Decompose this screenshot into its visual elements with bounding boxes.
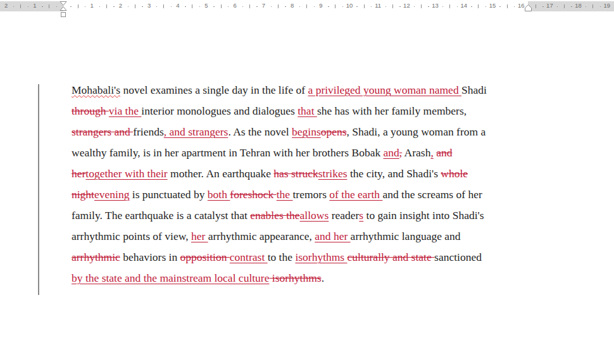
text-line[interactable]: Mohabali's novel examines a single day i… [72, 80, 543, 101]
text-line[interactable]: hertogether with their mother. An earthq… [72, 163, 543, 184]
inserted-text[interactable]: a privileged young woman named [308, 84, 462, 96]
text-line[interactable]: wealthy family, is in her apartment in T… [72, 142, 543, 163]
text-run[interactable]: to gain insight into Shadi's [363, 209, 484, 222]
deleted-text[interactable]: whole [441, 167, 468, 180]
text-run[interactable]: novel examines a single day in the life … [120, 84, 308, 96]
tracked-changes-bar [38, 84, 39, 295]
inserted-text[interactable]: evening [94, 188, 129, 201]
deleted-text[interactable]: her [72, 167, 85, 180]
inserted-text[interactable]: that [298, 104, 317, 117]
inserted-text[interactable]: begins [292, 125, 321, 138]
text-run[interactable]: family. The earthquake is a catalyst tha… [72, 209, 250, 222]
inserted-text[interactable]: strikes [318, 167, 348, 180]
deleted-text[interactable]: has struck [273, 167, 318, 180]
ruler-dot [399, 6, 401, 8]
text-run[interactable]: behaviors in [120, 251, 180, 263]
ruler-dot [428, 6, 429, 8]
inserted-text[interactable]: together with their [85, 167, 167, 180]
text-run[interactable]: wealthy family, is in her apartment in T… [72, 146, 384, 159]
inserted-text[interactable]: and her [315, 230, 350, 242]
deleted-text[interactable]: through [72, 104, 109, 117]
text-run[interactable]: . [322, 272, 324, 284]
ruler-dot [256, 6, 258, 8]
inserted-text[interactable]: both [208, 188, 230, 201]
text-run[interactable]: mother. An earthquake [168, 167, 274, 180]
first-line-indent-marker[interactable] [60, 2, 66, 6]
ruler-number: 4 [176, 2, 179, 9]
text-line[interactable]: nightevening is punctuated by both fores… [72, 184, 543, 205]
inserted-text[interactable]: , and strangers [164, 125, 229, 138]
ruler-number: 12 [403, 2, 410, 9]
deleted-text[interactable]: and [436, 146, 452, 159]
ruler-tick [335, 4, 335, 8]
inserted-text[interactable]: contrast [230, 251, 268, 263]
inserted-text[interactable]: allows [300, 209, 329, 222]
text-line[interactable]: through via the interior monologues and … [72, 101, 543, 122]
text-run[interactable]: is punctuated by [129, 188, 207, 201]
text-run[interactable]: Shadi [461, 84, 487, 96]
ruler-dot [356, 6, 358, 8]
text-line[interactable]: by the state and the mainstream local cu… [72, 268, 543, 289]
inserted-text[interactable]: the [277, 188, 293, 201]
right-indent-marker-shape[interactable] [525, 5, 532, 11]
inserted-text[interactable]: isorhythms [295, 251, 347, 263]
text-run[interactable]: , Shadi, a young woman from a [347, 125, 486, 138]
deleted-text[interactable]: opens [321, 125, 347, 138]
ruler-dot [42, 6, 43, 8]
inserted-text[interactable]: and [384, 146, 399, 159]
deleted-text[interactable]: isorhythms [269, 272, 321, 284]
text-run[interactable]: sanctioned [434, 251, 482, 263]
inserted-text[interactable]: by the state and the mainstream local cu… [72, 272, 269, 284]
deleted-text[interactable]: arrhythmic [72, 251, 120, 263]
ruler-dot [299, 6, 301, 8]
ruler-dot [271, 6, 272, 8]
right-indent-marker[interactable] [524, 4, 532, 12]
text-line[interactable]: strangers and friends, and strangers. As… [72, 122, 543, 142]
text-run[interactable]: to the [268, 251, 296, 263]
text-run[interactable]: the city, and Shadi's [348, 167, 441, 180]
text-line[interactable]: arrhythmic points of view, her arrhythmi… [72, 226, 543, 247]
ruler-tick [306, 4, 307, 8]
document-paragraph[interactable]: Mohabali's novel examines a single day i… [72, 80, 543, 289]
text-run[interactable]: arrhythmic language and [351, 230, 461, 242]
deleted-text[interactable]: opposition [180, 251, 230, 263]
ruler-dot [571, 6, 572, 8]
indent-marker-cluster[interactable] [60, 1, 67, 18]
deleted-text[interactable]: strangers and [72, 125, 133, 138]
text-line[interactable]: family. The earthquake is a catalyst tha… [72, 205, 543, 226]
text-run[interactable]: arrhythmic appearance, [208, 230, 315, 242]
ruler-number: 16 [518, 2, 525, 9]
text-run[interactable]: she has with her family members, [317, 104, 467, 117]
text-run[interactable]: arrhythmic points of view, [72, 230, 191, 242]
ruler-tick [449, 4, 450, 8]
ruler-tick [78, 4, 78, 8]
ruler-dot [486, 6, 487, 8]
text-run[interactable]: Arash [402, 146, 430, 159]
text-run[interactable]: . As the novel [228, 125, 292, 138]
inserted-text[interactable]: her [191, 230, 208, 242]
text-run[interactable]: friends [133, 125, 164, 138]
ruler-dot [442, 6, 444, 8]
misspelled-word[interactable]: Mohabali's [72, 84, 120, 96]
text-line[interactable]: arrhythmic behaviors in opposition contr… [72, 247, 543, 268]
ruler-dot [56, 6, 58, 8]
left-indent-box[interactable] [61, 13, 66, 17]
text-run[interactable]: and the screams of her [382, 188, 482, 201]
text-run[interactable]: interior monologues and dialogues [141, 104, 298, 117]
horizontal-ruler[interactable]: 2112345678910111213141516171819 [0, 1, 614, 11]
ruler-tick [478, 4, 479, 8]
deleted-text[interactable]: enables the [250, 209, 299, 222]
ruler-dot [328, 6, 329, 8]
ruler-dot [557, 6, 558, 8]
inserted-text[interactable]: of the earth [329, 188, 382, 201]
text-run[interactable]: tremors [293, 188, 330, 201]
inserted-text[interactable]: via the [109, 104, 142, 117]
hanging-indent-marker[interactable] [60, 7, 66, 11]
deleted-text[interactable]: culturally and state [348, 251, 435, 263]
text-run[interactable]: reader [329, 209, 359, 222]
ruler-dot [85, 6, 86, 8]
deleted-text[interactable]: foreshock [230, 188, 276, 201]
ruler-tick [592, 4, 593, 8]
deleted-text[interactable]: night [72, 188, 94, 201]
ruler-dot [542, 6, 544, 8]
